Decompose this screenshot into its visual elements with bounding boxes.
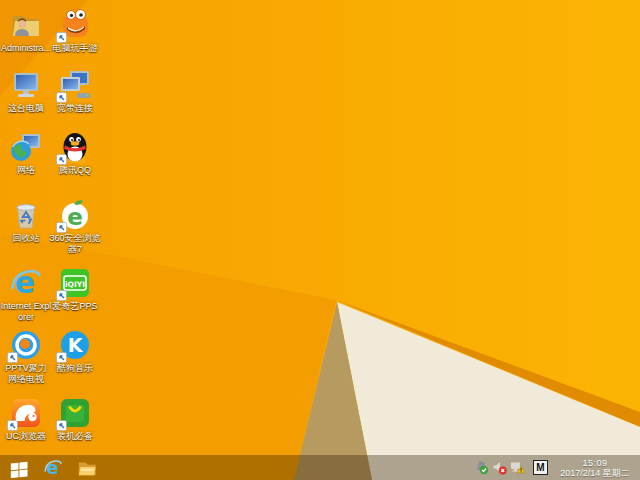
system-tray: M 15:09 2017/2/14 星期二 [474, 455, 640, 480]
shortcut-arrow-icon [7, 352, 18, 363]
desktop-icon-label: Internet Explorer [0, 301, 52, 323]
desktop-icon-broadband[interactable]: 宽带连接 [49, 68, 101, 114]
360-browser-icon: e [58, 198, 92, 232]
kugou-music-icon: K [58, 328, 92, 362]
desktop-icon-label: 电脑玩手游 [49, 43, 101, 54]
taskbar-explorer-button[interactable] [70, 455, 104, 480]
desktop-icon-label: PPTV聚力 网络电视 [0, 363, 52, 385]
recycle-bin-icon [9, 198, 43, 232]
desktop-icon-label: 宽带连接 [49, 103, 101, 114]
software-bag-icon [58, 396, 92, 430]
desktop-icon-recycle-bin[interactable]: 回收站 [0, 198, 52, 244]
shortcut-arrow-icon [56, 222, 67, 233]
desktop-icon-kugou[interactable]: K 酷狗音乐 [49, 328, 101, 374]
shortcut-arrow-icon [56, 92, 67, 103]
this-pc-icon [9, 68, 43, 102]
clock-time: 15:09 [554, 458, 636, 468]
taskbar: e [0, 455, 640, 480]
svg-text:iQIYI: iQIYI [65, 280, 85, 289]
desktop: Administra... 电脑玩手游 [0, 0, 640, 480]
desktop-icon-network[interactable]: 网络 [0, 130, 52, 176]
desktop-icon-label: 360安全浏览器7 [49, 233, 101, 255]
desktop-icon-uc-browser[interactable]: UC浏览器 [0, 396, 52, 442]
broadband-connection-icon [58, 68, 92, 102]
desktop-icon-app-store[interactable]: 装机必备 [49, 396, 101, 442]
desktop-icon-label: 网络 [0, 165, 52, 176]
desktop-icon-label: 爱奇艺PPS [49, 301, 101, 312]
pptv-icon [9, 328, 43, 362]
volume-muted-icon[interactable] [492, 460, 507, 475]
desktop-icon-game-monster[interactable]: 电脑玩手游 [49, 8, 101, 54]
shortcut-arrow-icon [7, 420, 18, 431]
svg-text:K: K [68, 334, 84, 356]
network-warning-icon[interactable] [510, 460, 525, 475]
uc-browser-icon [9, 396, 43, 430]
shortcut-arrow-icon [56, 420, 67, 431]
iqiyi-pps-icon: iQIYI [58, 266, 92, 300]
taskbar-ie-button[interactable]: e [36, 455, 70, 480]
qq-penguin-icon [58, 130, 92, 164]
desktop-icon-label: 回收站 [0, 233, 52, 244]
user-folder-icon [9, 8, 43, 42]
internet-explorer-icon: e [9, 266, 43, 300]
desktop-icon-label: Administra... [0, 43, 52, 54]
shortcut-arrow-icon [56, 290, 67, 301]
game-monster-icon [58, 8, 92, 42]
shortcut-arrow-icon [56, 32, 67, 43]
desktop-icon-360-browser[interactable]: e 360安全浏览器7 [49, 198, 101, 255]
ime-indicator[interactable]: M [533, 460, 548, 475]
desktop-icon-internet-explorer[interactable]: e Internet Explorer [0, 266, 52, 323]
internet-explorer-icon: e [43, 458, 63, 478]
start-button[interactable] [2, 455, 36, 480]
shortcut-arrow-icon [56, 154, 67, 165]
svg-text:e: e [67, 204, 83, 230]
network-icon [9, 130, 43, 164]
windows-logo-icon [9, 458, 29, 478]
desktop-icon-qq[interactable]: 腾讯QQ [49, 130, 101, 176]
desktop-icon-label: 装机必备 [49, 431, 101, 442]
desktop-icon-label: 酷狗音乐 [49, 363, 101, 374]
desktop-icon-label: 腾讯QQ [49, 165, 101, 176]
shortcut-arrow-icon [56, 352, 67, 363]
file-explorer-icon [77, 458, 97, 478]
desktop-icon-this-pc[interactable]: 这台电脑 [0, 68, 52, 114]
desktop-icon-label: UC浏览器 [0, 431, 52, 442]
taskbar-clock[interactable]: 15:09 2017/2/14 星期二 [554, 458, 636, 478]
desktop-icon-label: 这台电脑 [0, 103, 52, 114]
clock-date: 2017/2/14 星期二 [554, 468, 636, 478]
safely-remove-hardware-icon[interactable] [474, 460, 489, 475]
desktop-icon-administrator[interactable]: Administra... [0, 8, 52, 54]
desktop-icon-iqiyi[interactable]: iQIYI 爱奇艺PPS [49, 266, 101, 312]
desktop-icon-pptv[interactable]: PPTV聚力 网络电视 [0, 328, 52, 385]
